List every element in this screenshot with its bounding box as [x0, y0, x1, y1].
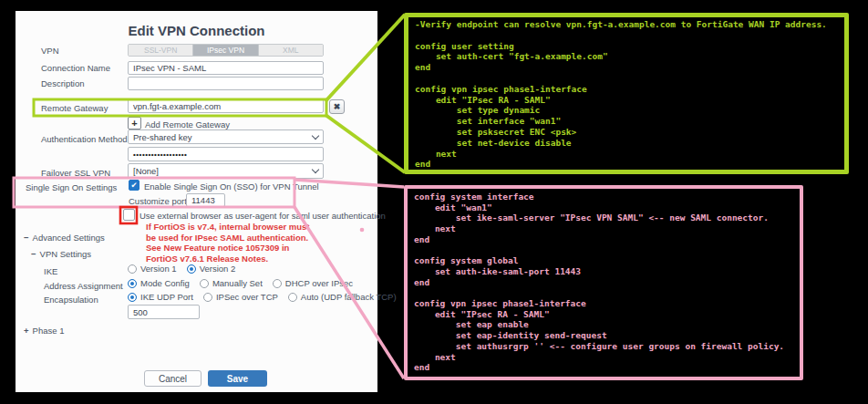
- radio-auto-udp-fallback[interactable]: [288, 293, 297, 302]
- tab-ipsec-vpn[interactable]: IPsec VPN: [193, 45, 258, 56]
- address-assignment-label: Address Assignment: [44, 281, 123, 291]
- expand-icon: +: [24, 326, 29, 336]
- radio-ike-udp-port[interactable]: [128, 293, 137, 302]
- encapsulation-label: Encapsulation: [44, 295, 98, 305]
- remove-icon: ✖: [334, 102, 341, 111]
- remote-gateway-label: Remote Gateway: [41, 103, 108, 113]
- failover-ssl-vpn-select[interactable]: [None]: [128, 163, 324, 179]
- radio-mode-config-label[interactable]: Mode Config: [140, 278, 190, 288]
- preshared-key-input[interactable]: ••••••••••••••••••: [128, 147, 324, 161]
- vpn-type-tabs: SSL-VPN IPsec VPN XML: [128, 44, 324, 57]
- authentication-method-select[interactable]: Pre-shared key: [128, 129, 324, 144]
- ike-label: IKE: [44, 266, 57, 276]
- connection-name-input[interactable]: IPsec VPN - SAML: [128, 61, 324, 75]
- radio-ike-udp-port-label[interactable]: IKE UDP Port: [140, 292, 193, 302]
- cancel-button[interactable]: Cancel: [144, 370, 202, 387]
- description-label: Description: [41, 78, 85, 88]
- udp-port-input[interactable]: 500: [128, 305, 200, 319]
- encapsulation-radio-group: IKE UDP Port IPSec over TCP Auto (UDP fa…: [128, 292, 397, 302]
- phase1-toggle[interactable]: +Phase 1: [24, 326, 64, 336]
- add-icon: +: [131, 118, 137, 129]
- saml-cli-callout: config system interface edit "wan1" set …: [404, 185, 803, 380]
- remote-gateway-cli-callout: -Verify endpoint can resolve vpn.fgt-a.e…: [404, 13, 849, 174]
- radio-manually-set-label[interactable]: Manually Set: [212, 278, 263, 288]
- radio-ipsec-over-tcp-label[interactable]: IPSec over TCP: [216, 292, 278, 302]
- tab-ssl-vpn[interactable]: SSL-VPN: [129, 45, 193, 56]
- authentication-method-label: Authentication Method: [41, 134, 128, 144]
- remote-gateway-input[interactable]: vpn.fgt-a.example.com: [128, 98, 324, 113]
- edit-vpn-connection-dialog: Edit VPN Connection VPN SSL-VPN IPsec VP…: [16, 11, 377, 392]
- external-browser-label: Use external browser as user-agent for s…: [140, 211, 386, 221]
- phase1-label: Phase 1: [33, 326, 65, 336]
- failover-ssl-vpn-value: [None]: [133, 166, 159, 176]
- description-input[interactable]: [128, 77, 324, 90]
- fortios-warning-text: If FortiOS is v7.4, internal browser mus…: [146, 222, 310, 264]
- vpn-settings-toggle[interactable]: −VPN Settings: [31, 249, 91, 259]
- collapse-icon: −: [31, 249, 36, 259]
- ike-radio-group: Version 1 Version 2: [128, 264, 245, 274]
- radio-mode-config[interactable]: [128, 279, 137, 288]
- external-browser-checkbox[interactable]: [123, 209, 135, 221]
- enable-sso-checkbox[interactable]: ✔: [129, 180, 140, 191]
- dialog-title: Edit VPN Connection: [16, 23, 377, 38]
- radio-version-2-label[interactable]: Version 2: [200, 264, 236, 274]
- authentication-method-value: Pre-shared key: [133, 132, 191, 142]
- radio-ipsec-over-tcp[interactable]: [203, 293, 212, 302]
- connection-name-label: Connection Name: [41, 63, 110, 73]
- add-gateway-button[interactable]: +: [128, 117, 141, 129]
- check-icon: ✔: [130, 181, 137, 190]
- sso-settings-label: Single Sign On Settings: [26, 182, 117, 192]
- customize-port-input[interactable]: 11443: [186, 193, 225, 207]
- vpn-settings-label: VPN Settings: [40, 249, 92, 259]
- radio-manually-set[interactable]: [200, 279, 209, 288]
- address-assignment-radio-group: Mode Config Manually Set DHCP over IPsec: [128, 278, 363, 288]
- vpn-label: VPN: [41, 46, 59, 56]
- advanced-settings-toggle[interactable]: −Advanced Settings: [24, 233, 105, 243]
- customize-port-label: Customize port: [129, 196, 187, 206]
- collapse-icon: −: [24, 233, 29, 243]
- radio-version-1[interactable]: [128, 264, 137, 274]
- chevron-down-icon: [312, 131, 319, 139]
- radio-version-2[interactable]: [187, 264, 196, 274]
- tab-xml[interactable]: XML: [259, 45, 323, 56]
- radio-dhcp-over-ipsec[interactable]: [273, 279, 282, 288]
- radio-auto-udp-fallback-label[interactable]: Auto (UDP fallback TCP): [301, 292, 397, 302]
- radio-dhcp-over-ipsec-label[interactable]: DHCP over IPsec: [285, 278, 353, 288]
- radio-version-1-label[interactable]: Version 1: [140, 264, 177, 274]
- remove-gateway-button[interactable]: ✖: [329, 99, 345, 114]
- add-remote-gateway-label[interactable]: Add Remote Gateway: [145, 119, 230, 129]
- enable-sso-label: Enable Single Sign On (SSO) for VPN Tunn…: [144, 181, 319, 192]
- save-button[interactable]: Save: [208, 370, 267, 387]
- chevron-down-icon: [312, 166, 319, 173]
- advanced-settings-label: Advanced Settings: [33, 233, 105, 243]
- failover-ssl-vpn-label: Failover SSL VPN: [41, 168, 110, 178]
